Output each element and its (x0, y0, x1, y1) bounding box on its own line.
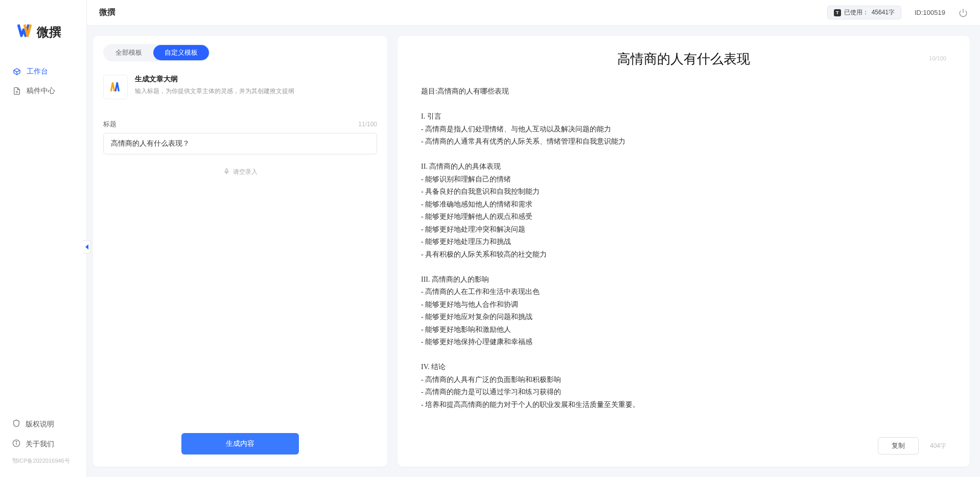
doc-body[interactable]: 题目:高情商的人有哪些表现 I. 引言 - 高情商是指人们处理情绪、与他人互动以… (421, 85, 946, 429)
nav-label: 稿件中心 (27, 86, 55, 96)
title-char-count: 11/100 (358, 121, 377, 128)
doc-title-count: 10/100 (929, 55, 946, 61)
power-icon[interactable] (959, 8, 968, 17)
user-id: ID:100519 (915, 9, 945, 16)
template-desc: 输入标题，为你提供文章主体的灵感，并为其创建推文提纲 (135, 87, 294, 96)
template-title: 生成文章大纲 (135, 75, 294, 84)
doc-title-row: 高情商的人有什么表现 10/100 (421, 50, 946, 76)
nav-item-drafts[interactable]: 稿件中心 (0, 81, 86, 101)
sidebar-collapse-handle[interactable] (83, 240, 91, 254)
copyright-link[interactable]: 版权说明 (0, 414, 86, 434)
tab-all-templates[interactable]: 全部模板 (104, 45, 153, 60)
template-thumb-icon (103, 75, 128, 99)
nav-item-workspace[interactable]: 工作台 (0, 62, 86, 81)
output-panel: 高情商的人有什么表现 10/100 题目:高情商的人有哪些表现 I. 引言 - … (398, 36, 970, 467)
doc-title: 高情商的人有什么表现 (421, 50, 946, 68)
tab-custom-templates[interactable]: 自定义模板 (153, 45, 209, 60)
info-icon (12, 439, 20, 449)
nav-label: 工作台 (27, 67, 48, 76)
sidebar-nav: 工作台 稿件中心 (0, 57, 86, 414)
content-area: 全部模板 自定义模板 生成文章大纲 输入标题，为你提供文章主体的灵感，并为其创建… (87, 26, 980, 477)
usage-prefix: 已使用： (844, 8, 869, 17)
title-input[interactable] (103, 133, 377, 154)
workspace-icon (12, 67, 21, 76)
about-link[interactable]: 关于我们 (0, 434, 86, 454)
copy-button[interactable]: 复制 (878, 437, 919, 455)
usage-badge: T 已使用： 45641字 (827, 6, 901, 19)
generate-button[interactable]: 生成内容 (181, 433, 299, 455)
page-title: 微撰 (99, 7, 115, 18)
sb-label: 关于我们 (26, 440, 54, 449)
title-field-label: 标题 (103, 120, 116, 129)
main: 微撰 T 已使用： 45641字 ID:100519 全部模板 自定义模板 (87, 0, 980, 477)
word-count: 404字 (930, 442, 946, 450)
topbar: 微撰 T 已使用： 45641字 ID:100519 (87, 0, 980, 26)
logo-icon (17, 22, 33, 41)
voice-input-button[interactable]: 请空录入 (103, 168, 377, 176)
drafts-icon (12, 86, 21, 96)
voice-label: 请空录入 (233, 168, 258, 176)
template-card: 生成文章大纲 输入标题，为你提供文章主体的灵感，并为其创建推文提纲 (103, 72, 377, 108)
shield-icon (12, 419, 20, 429)
usage-value: 45641字 (872, 8, 895, 17)
svg-point-2 (16, 441, 16, 442)
template-tabs: 全部模板 自定义模板 (103, 44, 210, 61)
template-info: 生成文章大纲 输入标题，为你提供文章主体的灵感，并为其创建推文提纲 (135, 75, 294, 96)
input-panel: 全部模板 自定义模板 生成文章大纲 输入标题，为你提供文章主体的灵感，并为其创建… (93, 36, 387, 467)
logo: 微撰 (0, 0, 86, 57)
sidebar-bottom: 版权说明 关于我们 鄂ICP备2022016946号 (0, 414, 86, 477)
svg-rect-4 (225, 169, 227, 172)
topbar-right: T 已使用： 45641字 ID:100519 (827, 6, 968, 19)
usage-badge-icon: T (834, 9, 841, 16)
mic-icon (223, 168, 230, 176)
doc-footer: 复制 404字 (421, 429, 946, 455)
brand-name: 微撰 (37, 24, 61, 40)
sb-label: 版权说明 (26, 420, 54, 429)
sidebar: 微撰 工作台 稿件中心 版权说明 (0, 0, 87, 477)
icp-text: 鄂ICP备2022016946号 (0, 454, 86, 470)
